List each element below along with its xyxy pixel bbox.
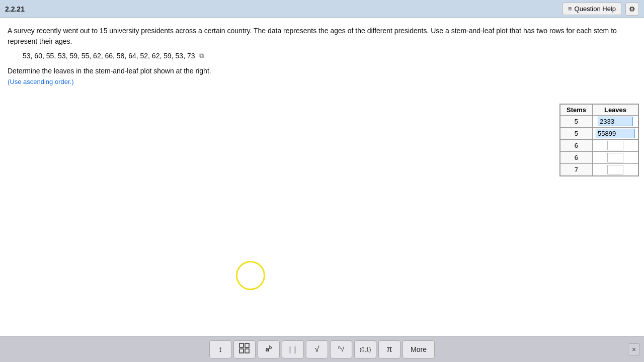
leaf-cell-4[interactable] — [593, 152, 638, 164]
toolbar-integer-btn[interactable]: ↕ — [209, 340, 231, 358]
data-line: 53, 60, 55, 53, 59, 55, 62, 66, 58, 64, … — [23, 52, 636, 60]
toolbar-superscript-btn[interactable]: ab — [258, 340, 280, 358]
problem-text: A survey recently went out to 15 univers… — [8, 26, 636, 47]
toolbar-more-button[interactable]: More — [403, 340, 435, 358]
pi-icon: π — [386, 345, 392, 354]
mixed-icon — [239, 343, 250, 356]
integer-icon: ↕ — [218, 345, 222, 354]
data-values: 53, 60, 55, 53, 59, 55, 62, 66, 58, 64, … — [23, 52, 195, 60]
bottom-toolbar: ↕ ab | | √ n√ (0,1) π More × — [0, 336, 644, 362]
ascending-note[interactable]: (Use ascending order.) — [8, 78, 636, 85]
stem-leaf-table: Stems Leaves 5 5 6 — [560, 104, 638, 176]
question-help-button[interactable]: ≡ Question Help — [562, 3, 621, 15]
absolute-icon: | | — [289, 345, 297, 353]
table-row: 5 — [560, 116, 638, 128]
toolbar-mixed-btn[interactable] — [233, 340, 256, 358]
sqrt-icon: √ — [315, 345, 319, 354]
toolbar-pi-btn[interactable]: π — [378, 340, 400, 358]
stem-leaf-container: Stems Leaves 5 5 6 — [559, 104, 639, 176]
toolbar-absolute-btn[interactable]: | | — [282, 340, 304, 358]
leaves-header: Leaves — [593, 105, 638, 116]
stems-header: Stems — [560, 105, 592, 116]
svg-rect-1 — [245, 343, 249, 347]
leaf-cell-1[interactable] — [593, 116, 638, 128]
leaf-input-2[interactable] — [596, 129, 635, 138]
leaf-input-1[interactable] — [598, 117, 633, 126]
leaf-cell-3[interactable] — [593, 140, 638, 152]
stem-5a: 5 — [560, 116, 592, 128]
table-row: 5 — [560, 128, 638, 140]
leaf-input-5[interactable] — [607, 165, 623, 174]
cursor-indicator — [236, 261, 265, 290]
table-row: 7 — [560, 164, 638, 176]
more-label: More — [411, 345, 427, 353]
settings-button[interactable]: ⚙ — [625, 3, 639, 16]
stem-5b: 5 — [560, 128, 592, 140]
svg-rect-3 — [245, 349, 249, 353]
superscript-icon: ab — [266, 345, 272, 353]
leaf-input-4[interactable] — [607, 153, 623, 162]
stem-6a: 6 — [560, 140, 592, 152]
top-bar: 2.2.21 ≡ Question Help ⚙ — [0, 0, 644, 18]
interval-icon: (0,1) — [360, 346, 371, 352]
leaf-cell-5[interactable] — [593, 164, 638, 176]
gear-icon: ⚙ — [629, 5, 635, 13]
toolbar-nthroot-btn[interactable]: n√ — [330, 340, 352, 358]
top-bar-actions: ≡ Question Help ⚙ — [562, 3, 639, 16]
stem-7: 7 — [560, 164, 592, 176]
copy-icon[interactable]: ⧉ — [199, 52, 204, 60]
question-help-label: Question Help — [575, 5, 616, 13]
table-row: 6 — [560, 140, 638, 152]
nthroot-icon: n√ — [338, 345, 344, 353]
question-line: Determine the leaves in the stem-and-lea… — [8, 67, 636, 75]
svg-rect-0 — [239, 343, 244, 347]
leaf-cell-2[interactable] — [593, 128, 638, 140]
leaf-input-3[interactable] — [607, 141, 623, 150]
main-content: A survey recently went out to 15 univers… — [0, 18, 644, 336]
list-icon: ≡ — [568, 5, 572, 13]
stem-6b: 6 — [560, 152, 592, 164]
toolbar-sqrt-btn[interactable]: √ — [306, 340, 328, 358]
version-label: 2.2.21 — [5, 5, 25, 13]
svg-rect-2 — [239, 349, 244, 353]
close-icon: × — [632, 345, 636, 353]
toolbar-interval-btn[interactable]: (0,1) — [354, 340, 376, 358]
table-row: 6 — [560, 152, 638, 164]
close-toolbar-button[interactable]: × — [628, 343, 640, 355]
